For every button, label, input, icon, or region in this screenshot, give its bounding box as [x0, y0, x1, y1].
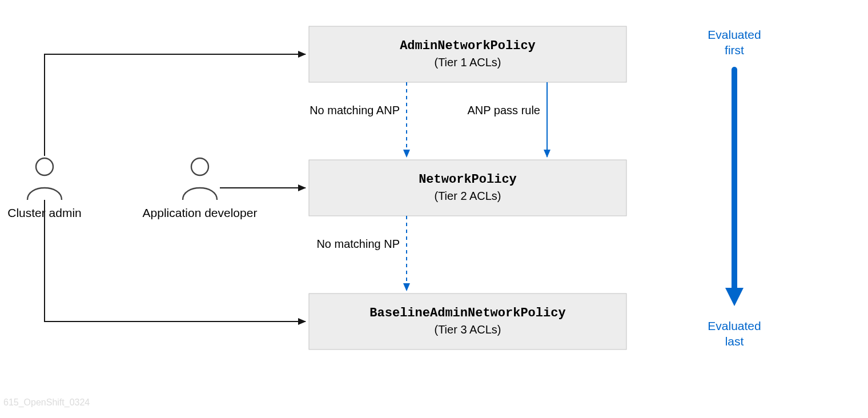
evaluated-first-l1: Evaluated [708, 28, 761, 41]
baseline-admin-network-policy-box: BaselineAdminNetworkPolicy (Tier 3 ACLs) [309, 294, 626, 349]
svg-rect-1 [309, 160, 626, 216]
network-policy-box: NetworkPolicy (Tier 2 ACLs) [309, 160, 626, 216]
svg-rect-2 [309, 294, 626, 349]
flow-no-np-label: No matching NP [316, 238, 400, 250]
evaluated-last-l1: Evaluated [708, 319, 761, 332]
banp-subtitle: (Tier 3 ACLs) [434, 323, 501, 336]
flow-anp-pass-rule: ANP pass rule [468, 82, 547, 157]
evaluation-order: Evaluated first Evaluated last [708, 28, 761, 348]
application-developer-person: Application developer [143, 158, 258, 219]
np-subtitle: (Tier 2 ACLs) [434, 190, 501, 202]
svg-point-6 [36, 158, 53, 175]
diagram-canvas: AdminNetworkPolicy (Tier 1 ACLs) Network… [0, 0, 868, 418]
application-developer-label: Application developer [143, 206, 258, 219]
flow-anp-pass-label: ANP pass rule [468, 104, 540, 116]
flow-no-anp-label: No matching ANP [310, 104, 400, 116]
user-icon [183, 158, 217, 200]
svg-rect-0 [309, 26, 626, 82]
flow-no-matching-np: No matching NP [316, 216, 407, 291]
watermark: 615_OpenShift_0324 [3, 397, 90, 408]
arrow-cluster-admin-to-anp [45, 54, 306, 156]
banp-title: BaselineAdminNetworkPolicy [369, 306, 565, 320]
user-icon [27, 158, 62, 200]
anp-title: AdminNetworkPolicy [400, 39, 536, 53]
np-title: NetworkPolicy [419, 172, 517, 187]
evaluated-last-l2: last [725, 335, 744, 348]
svg-point-7 [191, 158, 208, 175]
evaluated-first-l2: first [725, 43, 744, 57]
flow-no-matching-anp: No matching ANP [310, 82, 407, 157]
admin-network-policy-box: AdminNetworkPolicy (Tier 1 ACLs) [309, 26, 626, 82]
anp-subtitle: (Tier 1 ACLs) [434, 56, 501, 69]
